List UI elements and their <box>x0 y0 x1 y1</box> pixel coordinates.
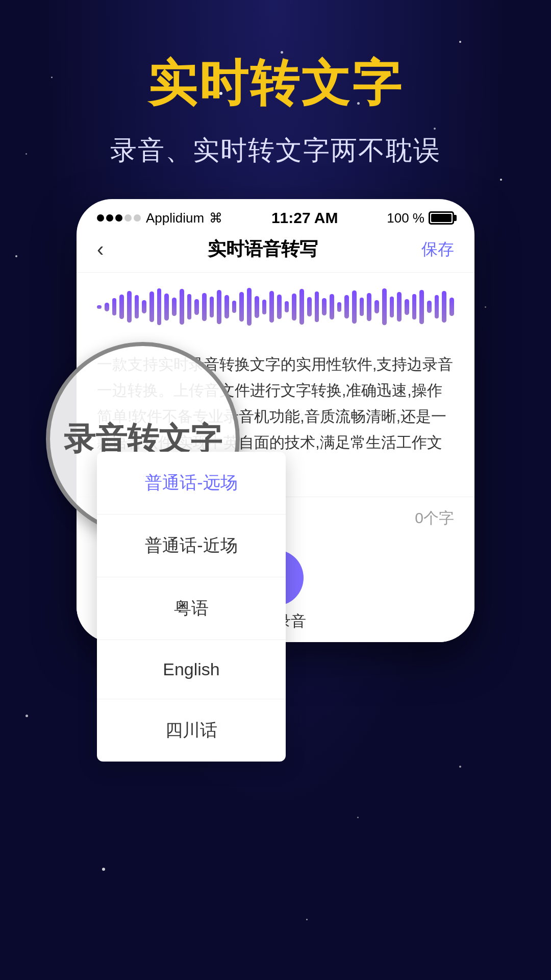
dropdown-item-english[interactable]: English <box>97 640 286 699</box>
wave-bar <box>239 292 244 322</box>
wave-bar <box>119 295 124 319</box>
wave-bar <box>247 288 252 326</box>
wave-bar <box>322 298 327 315</box>
dropdown-item-sichuan[interactable]: 四川话 <box>97 699 286 762</box>
wave-bar <box>285 301 289 312</box>
wave-bar <box>232 301 237 313</box>
wave-bar <box>419 290 424 324</box>
wave-bar <box>449 298 454 316</box>
signal-icon <box>97 214 141 222</box>
wave-bar <box>202 293 207 321</box>
wave-bar <box>292 293 296 321</box>
carrier-label: Applidium <box>146 210 204 226</box>
wave-bar <box>367 293 371 321</box>
wave-bar <box>382 288 387 325</box>
language-dropdown[interactable]: 普通话-远场普通话-近场粤语English四川话 <box>97 452 286 762</box>
wave-bar <box>344 295 349 318</box>
char-count: 0个字 <box>415 508 454 529</box>
waveform <box>77 273 474 341</box>
wave-bar <box>352 290 357 324</box>
save-button[interactable]: 保存 <box>421 238 454 261</box>
wave-bar <box>142 300 146 313</box>
wave-bar <box>210 297 214 317</box>
status-time: 11:27 AM <box>271 209 338 227</box>
hero-title: 实时转文字 <box>148 51 403 117</box>
dropdown-item-putonghua-far[interactable]: 普通话-远场 <box>97 452 286 514</box>
dropdown-item-cantonese[interactable]: 粤语 <box>97 577 286 640</box>
dropdown-item-putonghua-near[interactable]: 普通话-近场 <box>97 514 286 577</box>
wave-bar <box>269 291 274 323</box>
wave-bar <box>390 297 394 317</box>
nav-title: 实时语音转写 <box>208 237 318 262</box>
wave-bar <box>97 305 102 309</box>
back-button[interactable]: ‹ <box>97 238 104 261</box>
wave-bar <box>427 301 432 313</box>
wave-bar <box>299 289 304 325</box>
wave-bar <box>105 303 109 311</box>
wave-bar <box>224 295 229 318</box>
page-container: 实时转文字 录音、实时转文字两不耽误 Applidium ⌘ <box>0 0 551 980</box>
wave-bar <box>135 295 139 318</box>
wave-bar <box>442 291 446 323</box>
phone-mockup: Applidium ⌘ 11:27 AM 100 % ‹ 实时语音转写 保存 <box>77 199 474 642</box>
hero-subtitle: 录音、实时转文字两不耽误 <box>110 133 441 168</box>
wave-bar <box>330 294 334 320</box>
wave-bar <box>315 291 319 322</box>
wave-bar <box>157 288 162 325</box>
status-bar: Applidium ⌘ 11:27 AM 100 % <box>77 199 474 232</box>
status-right: 100 % <box>387 210 454 226</box>
wave-bar <box>277 295 282 319</box>
battery-icon <box>429 211 454 225</box>
wave-bar <box>194 299 199 315</box>
wave-bar <box>180 289 184 325</box>
wave-bar <box>397 292 402 322</box>
wave-bar <box>172 298 177 316</box>
wave-bar <box>262 300 267 314</box>
wave-bar <box>374 300 379 313</box>
wave-bar <box>337 302 342 312</box>
wave-bar <box>405 299 409 315</box>
wave-bar <box>435 295 439 318</box>
wifi-icon: ⌘ <box>209 210 222 226</box>
wave-bar <box>360 298 364 316</box>
battery-percent: 100 % <box>387 210 424 226</box>
wave-bar <box>149 291 154 322</box>
wave-bar <box>164 293 169 321</box>
nav-bar: ‹ 实时语音转写 保存 <box>77 232 474 273</box>
wave-bar <box>217 290 221 324</box>
wave-bar <box>255 296 259 318</box>
status-left: Applidium ⌘ <box>97 210 222 226</box>
wave-bar <box>187 294 192 320</box>
wave-bar <box>112 298 117 315</box>
wave-bar <box>307 297 312 316</box>
wave-bar <box>412 294 417 320</box>
wave-bar <box>127 291 132 323</box>
